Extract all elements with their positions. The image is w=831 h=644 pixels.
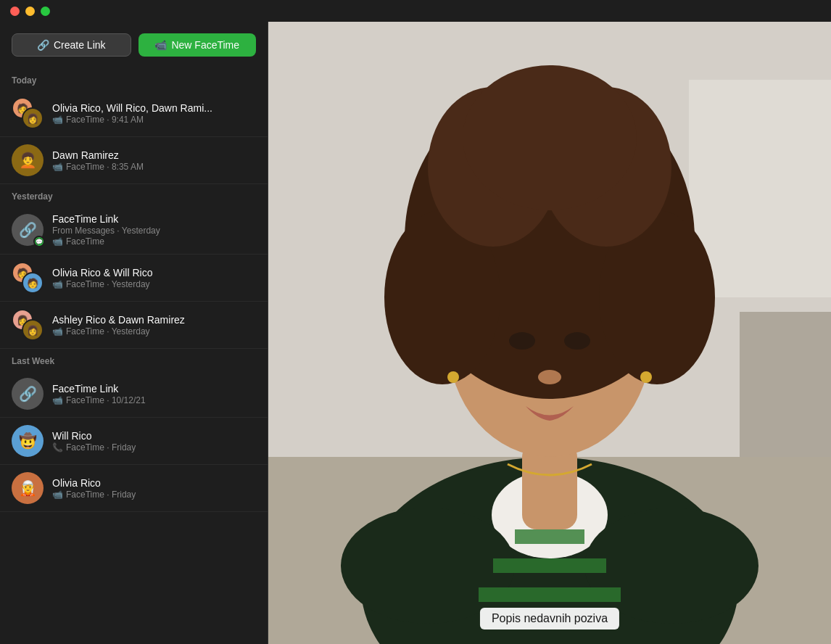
messages-badge: 💬 xyxy=(33,236,45,247)
call-info-ashley-dawn: Ashley Rico & Dawn Ramirez 📹 FaceTime · … xyxy=(52,314,256,337)
call-meta-from: From Messages · Yesterday xyxy=(52,226,256,236)
call-meta: 📹 FaceTime · Yesterday xyxy=(52,326,256,337)
svg-point-17 xyxy=(447,371,459,383)
svg-point-15 xyxy=(564,332,590,350)
video-icon: 📹 xyxy=(52,236,63,247)
call-meta: 📹 FaceTime · Yesterday xyxy=(52,279,256,289)
section-yesterday: Yesterday xyxy=(0,184,268,206)
svg-point-13 xyxy=(463,65,637,210)
svg-point-20 xyxy=(584,508,758,624)
video-icon: 📹 xyxy=(52,490,63,500)
section-lastweek: Last Week xyxy=(0,349,268,371)
call-item-ashley-dawn[interactable]: 👩 👩 Ashley Rico & Dawn Ramirez 📹 FaceTim… xyxy=(0,302,268,349)
call-item-dawn[interactable]: 🧑‍🦱 Dawn Ramirez 📹 FaceTime · 8:35 AM xyxy=(0,137,268,184)
avatar-group-olivia-will: 🧑 🧑 xyxy=(12,262,44,294)
call-name: Dawn Ramirez xyxy=(52,149,256,161)
call-item-facetime-link-lastweek[interactable]: 🔗 FaceTime Link 📹 FaceTime · 10/12/21 xyxy=(0,371,268,418)
call-item-olivia-lastweek[interactable]: 🧝 Olivia Rico 📹 FaceTime · Friday xyxy=(0,465,268,512)
call-name: Will Rico xyxy=(52,430,256,442)
minimize-button[interactable] xyxy=(25,7,35,16)
call-meta: 📹 FaceTime · 8:35 AM xyxy=(52,162,256,172)
call-name: Olivia Rico & Will Rico xyxy=(52,267,256,278)
call-meta: 📹 FaceTime · Friday xyxy=(52,490,256,500)
new-facetime-button[interactable]: 📹 New FaceTime xyxy=(138,33,257,57)
svg-point-19 xyxy=(341,508,515,624)
create-link-button[interactable]: 🔗 Create Link xyxy=(12,33,131,57)
svg-rect-21 xyxy=(515,529,584,544)
call-info-link-lastweek: FaceTime Link 📹 FaceTime · 10/12/21 xyxy=(52,383,256,405)
svg-point-18 xyxy=(640,371,652,383)
call-name: Olivia Rico, Will Rico, Dawn Rami... xyxy=(52,102,256,114)
svg-rect-23 xyxy=(479,587,621,602)
avatar-olivia-lastweek: 🧝 xyxy=(12,472,44,504)
call-item-will[interactable]: 🤠 Will Rico 📞 FaceTime · Friday xyxy=(0,418,268,465)
video-icon: 📹 xyxy=(52,395,63,405)
call-meta-type: 📹 FaceTime xyxy=(52,236,256,247)
call-name: Olivia Rico xyxy=(52,477,256,489)
call-info-olivia-lastweek: Olivia Rico 📹 FaceTime · Friday xyxy=(52,477,256,500)
call-meta: 📹 FaceTime · 9:41 AM xyxy=(52,115,256,125)
avatar-link-yesterday: 🔗 💬 xyxy=(12,214,44,246)
new-facetime-label: New FaceTime xyxy=(171,39,239,51)
phone-icon: 📞 xyxy=(52,442,63,453)
call-name: FaceTime Link xyxy=(52,213,256,225)
video-camera-icon: 📹 xyxy=(154,39,167,51)
svg-rect-24 xyxy=(740,312,831,457)
call-item-facetime-link-yesterday[interactable]: 🔗 💬 FaceTime Link From Messages · Yester… xyxy=(0,206,268,255)
close-button[interactable] xyxy=(10,7,20,16)
main-layout: 🔗 Create Link 📹 New FaceTime Today 🧑 👩 O… xyxy=(0,22,831,644)
call-item-olivia-will-dawn[interactable]: 🧑 👩 Olivia Rico, Will Rico, Dawn Rami...… xyxy=(0,90,268,137)
call-info-will: Will Rico 📞 FaceTime · Friday xyxy=(52,430,256,453)
section-today: Today xyxy=(0,68,268,90)
video-icon: 📹 xyxy=(52,115,63,125)
camera-background xyxy=(268,22,831,644)
avatar-link-lastweek: 🔗 xyxy=(12,378,44,410)
call-info-olivia-will: Olivia Rico & Will Rico 📹 FaceTime · Yes… xyxy=(52,267,256,289)
avatar-group-olivia-will-dawn: 🧑 👩 xyxy=(12,97,44,129)
video-icon: 📹 xyxy=(52,279,63,289)
link-icon: 🔗 xyxy=(37,39,49,51)
title-bar xyxy=(0,0,831,22)
call-meta: 📹 FaceTime · 10/12/21 xyxy=(52,395,256,405)
call-name: FaceTime Link xyxy=(52,383,256,395)
avatar-dawn: 🧑‍🦱 xyxy=(12,144,44,176)
camera-view: Popis nedavnih poziva xyxy=(268,22,831,644)
video-icon: 📹 xyxy=(52,162,63,172)
fullscreen-button[interactable] xyxy=(41,7,50,16)
svg-point-14 xyxy=(509,332,535,350)
svg-point-16 xyxy=(538,370,561,384)
call-name: Ashley Rico & Dawn Ramirez xyxy=(52,314,256,326)
toolbar: 🔗 Create Link 📹 New FaceTime xyxy=(0,22,268,68)
avatar-group-ashley-dawn: 👩 👩 xyxy=(12,309,44,341)
sidebar: 🔗 Create Link 📹 New FaceTime Today 🧑 👩 O… xyxy=(0,22,268,644)
create-link-label: Create Link xyxy=(54,39,106,51)
avatar-will: 🤠 xyxy=(12,425,44,457)
call-item-olivia-will[interactable]: 🧑 🧑 Olivia Rico & Will Rico 📹 FaceTime ·… xyxy=(0,255,268,302)
video-icon: 📹 xyxy=(52,326,63,337)
svg-rect-22 xyxy=(493,558,606,573)
call-meta: 📞 FaceTime · Friday xyxy=(52,442,256,453)
call-info-link-yesterday: FaceTime Link From Messages · Yesterday … xyxy=(52,213,256,247)
call-info-olivia-will-dawn: Olivia Rico, Will Rico, Dawn Rami... 📹 F… xyxy=(52,102,256,125)
caption: Popis nedavnih poziva xyxy=(480,608,619,629)
call-info-dawn: Dawn Ramirez 📹 FaceTime · 8:35 AM xyxy=(52,149,256,172)
